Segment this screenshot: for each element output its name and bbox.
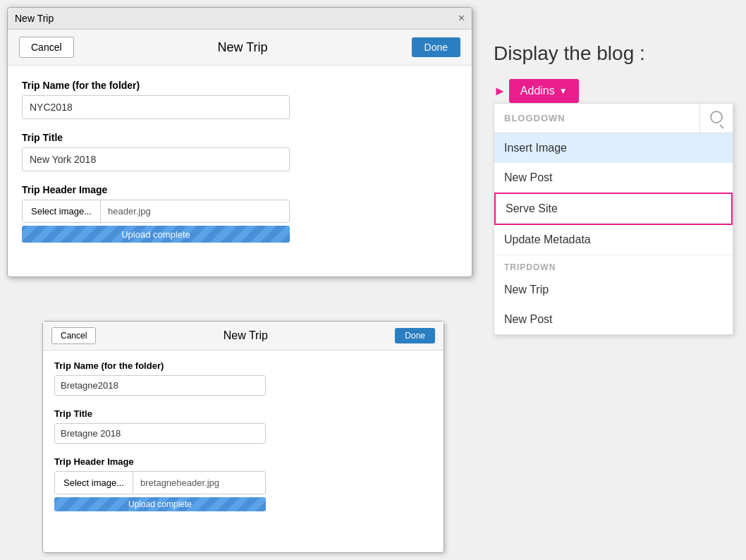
trip-name-input[interactable]	[22, 95, 290, 119]
dropdown-item-insert-image-label: Insert Image	[504, 142, 567, 154]
select-image-button[interactable]: Select image...	[23, 200, 101, 222]
dropdown-section-tripdown: TRIPDOWN	[494, 255, 733, 275]
upload-progress-bar: Upload complete	[22, 226, 290, 243]
dropdown-item-new-post-tripdown-label: New Post	[504, 313, 552, 325]
secondary-trip-name-input[interactable]	[54, 375, 266, 396]
dropdown-item-new-post-label: New Post	[504, 171, 552, 183]
main-dialog-titlebar-title: New Trip	[15, 13, 54, 24]
secondary-file-row: Select image... bretagneheader.jpg	[54, 471, 266, 494]
dropdown-item-update-metadata[interactable]: Update Metadata	[494, 225, 733, 255]
secondary-select-image-button[interactable]: Select image...	[55, 472, 133, 494]
dropdown-item-new-post[interactable]: New Post	[494, 163, 733, 193]
secondary-trip-title-input[interactable]	[54, 423, 266, 444]
secondary-dialog-toolbar: Cancel New Trip Done	[43, 322, 444, 351]
main-dialog-titlebar: New Trip ×	[8, 8, 472, 30]
secondary-trip-image-field-group: Trip Header Image Select image... bretag…	[54, 456, 432, 511]
secondary-dialog: Cancel New Trip Done Trip Name (for the …	[42, 321, 444, 553]
search-icon	[710, 111, 723, 123]
secondary-dialog-body: Trip Name (for the folder) Trip Title Tr…	[43, 351, 444, 538]
secondary-trip-name-field-group: Trip Name (for the folder)	[54, 360, 432, 396]
main-dialog-toolbar: Cancel New Trip Done	[8, 30, 472, 66]
file-row: Select image... header.jpg	[22, 200, 290, 223]
trip-name-field-group: Trip Name (for the folder)	[22, 80, 458, 119]
chevron-down-icon: ▼	[559, 86, 568, 96]
dropdown-search-label: BLOGDOWN	[494, 106, 699, 130]
addins-button-label: Addins	[520, 85, 555, 97]
upload-progress-label: Upload complete	[121, 229, 190, 240]
dropdown-item-update-metadata-label: Update Metadata	[504, 233, 591, 245]
dropdown-search-row: BLOGDOWN	[494, 104, 733, 133]
secondary-trip-title-label: Trip Title	[54, 408, 432, 419]
addins-button[interactable]: Addins ▼	[509, 79, 579, 103]
addins-dropdown-menu: BLOGDOWN Insert Image New Post Serve Sit…	[494, 103, 733, 335]
trip-title-field-group: Trip Title	[22, 132, 458, 171]
main-dialog: New Trip × Cancel New Trip Done Trip Nam…	[7, 7, 472, 277]
secondary-cancel-button[interactable]: Cancel	[51, 327, 96, 344]
main-toolbar-title: New Trip	[218, 40, 268, 55]
main-dialog-body: Trip Name (for the folder) Trip Title Tr…	[8, 66, 472, 276]
secondary-upload-progress-label: Upload complete	[128, 499, 192, 509]
trip-title-input[interactable]	[22, 147, 290, 171]
secondary-trip-title-field-group: Trip Title	[54, 408, 432, 444]
main-done-button[interactable]: Done	[412, 37, 460, 57]
display-blog-title: Display the blog :	[494, 42, 746, 65]
right-panel: Display the blog : ► Addins ▼ BLOGDOWN I…	[494, 42, 746, 335]
secondary-file-name-display: bretagneheader.jpg	[133, 472, 265, 494]
dropdown-search-button[interactable]	[699, 104, 733, 133]
secondary-upload-progress-bar: Upload complete	[54, 497, 266, 511]
dropdown-item-new-post-tripdown[interactable]: New Post	[494, 305, 733, 334]
dropdown-item-insert-image[interactable]: Insert Image	[494, 133, 733, 163]
main-dialog-close-button[interactable]: ×	[458, 12, 465, 25]
trip-image-label: Trip Header Image	[22, 184, 458, 195]
dropdown-item-serve-site-label: Serve Site	[506, 202, 558, 214]
dropdown-item-new-trip-label: New Trip	[504, 284, 549, 296]
secondary-trip-image-label: Trip Header Image	[54, 456, 432, 467]
addins-bar: ► Addins ▼	[494, 79, 746, 103]
trip-image-field-group: Trip Header Image Select image... header…	[22, 184, 458, 243]
secondary-toolbar-title: New Trip	[224, 329, 268, 342]
secondary-trip-name-label: Trip Name (for the folder)	[54, 360, 432, 371]
trip-title-label: Trip Title	[22, 132, 458, 143]
file-name-display: header.jpg	[101, 200, 289, 222]
main-cancel-button[interactable]: Cancel	[19, 37, 74, 58]
trip-name-label: Trip Name (for the folder)	[22, 80, 458, 91]
addins-arrow-icon: ►	[494, 84, 506, 99]
dropdown-item-new-trip[interactable]: New Trip	[494, 275, 733, 305]
dropdown-item-serve-site[interactable]: Serve Site	[494, 193, 733, 225]
secondary-done-button[interactable]: Done	[395, 328, 435, 343]
